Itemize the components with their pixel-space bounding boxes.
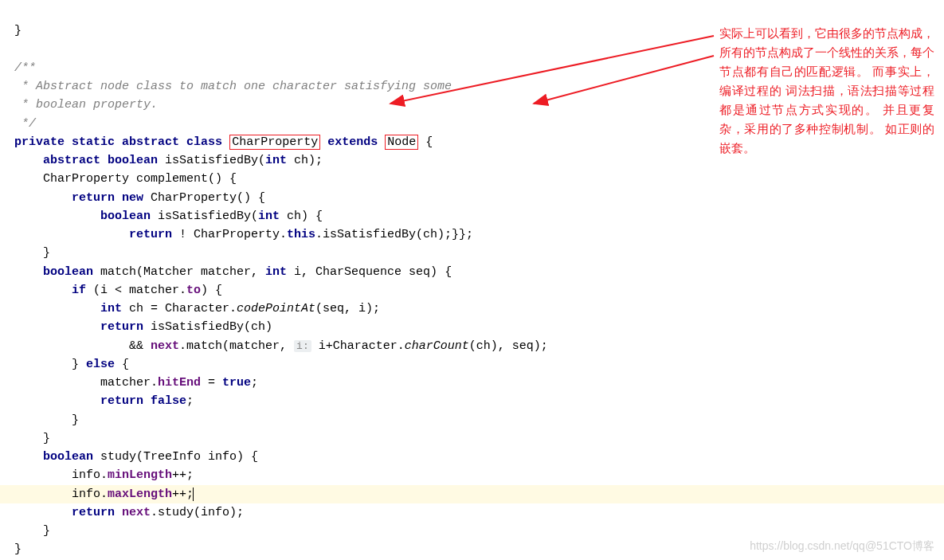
- kw-int: int: [100, 302, 122, 315]
- param: i, CharSequence seq) {: [287, 265, 452, 279]
- expr: ! CharProperty.: [172, 228, 287, 241]
- brace: }: [43, 246, 50, 260]
- brace: {: [115, 358, 129, 371]
- op: ++;: [172, 468, 194, 482]
- expr: info.: [72, 468, 108, 482]
- expr: i+Character.: [311, 339, 405, 353]
- brace: }: [72, 358, 79, 371]
- kw-boolean: boolean: [43, 265, 93, 279]
- expr: .study(info);: [151, 506, 244, 519]
- field-hitEnd: hitEnd: [158, 376, 201, 390]
- brace: }: [72, 413, 79, 427]
- field-next: next: [151, 339, 179, 353]
- semi: ;: [251, 376, 258, 390]
- brace: }: [14, 542, 22, 556]
- op: ++;: [172, 488, 194, 501]
- brace: }: [43, 432, 50, 445]
- args: (ch), seq);: [469, 339, 548, 353]
- kw-return: return: [72, 191, 115, 205]
- kw-int: int: [265, 265, 287, 279]
- kw-return: return: [100, 394, 143, 408]
- kw-return: return: [72, 506, 115, 519]
- method-name: study(TreeInfo info) {: [93, 450, 258, 464]
- args: (seq, i);: [315, 302, 380, 315]
- kw-boolean: boolean: [108, 154, 158, 167]
- expr: info.: [72, 488, 108, 501]
- javadoc-line: * boolean property.: [14, 98, 158, 112]
- method-name: isSatisfiedBy(: [151, 210, 258, 223]
- new-expr: CharProperty() {: [143, 191, 265, 205]
- static-method: codePointAt: [237, 302, 315, 315]
- kw-private: private: [14, 135, 65, 149]
- kw-boolean: boolean: [100, 210, 151, 223]
- superclass-highlight: Node: [385, 135, 418, 150]
- brace: }: [43, 524, 50, 538]
- watermark: https://blog.csdn.net/qq@51CTO博客: [750, 539, 934, 554]
- field-maxLength: maxLength: [108, 488, 172, 501]
- expr: .isSatisfiedBy(ch);}};: [315, 228, 473, 241]
- param: ch);: [287, 154, 323, 167]
- kw-false: false: [151, 394, 186, 408]
- param: ch) {: [280, 210, 323, 223]
- expr: .match(matcher,: [179, 339, 294, 353]
- expr: matcher.: [100, 376, 158, 390]
- field-minLength: minLength: [108, 468, 172, 482]
- annotation-text: 实际上可以看到，它由很多的节点构成，所有的节点构成了一个线性的关系，每个节点都有…: [719, 24, 934, 158]
- kw-else: else: [86, 358, 115, 371]
- kw-new: new: [122, 191, 143, 205]
- javadoc-line: * Abstract node class to match one chara…: [14, 80, 452, 93]
- kw-static: static: [72, 135, 115, 149]
- class-name-highlight: CharProperty: [229, 135, 320, 150]
- kw-this: this: [287, 228, 315, 241]
- current-line: info.maxLength++;: [0, 485, 944, 503]
- code-line: }: [14, 24, 22, 37]
- expr: isSatisfiedBy(ch): [143, 320, 272, 334]
- javadoc-close: */: [14, 117, 36, 131]
- kw-return: return: [129, 228, 172, 241]
- kw-int: int: [265, 154, 287, 167]
- field-next: next: [122, 506, 151, 519]
- kw-boolean: boolean: [43, 450, 93, 464]
- method-name: isSatisfiedBy(: [158, 154, 265, 167]
- brace: {: [418, 135, 433, 149]
- op: =: [201, 376, 222, 390]
- method-name: match(Matcher matcher,: [93, 265, 265, 279]
- kw-true: true: [222, 376, 251, 390]
- kw-abstract: abstract: [122, 135, 179, 149]
- kw-return: return: [100, 320, 143, 334]
- kw-int: int: [258, 210, 280, 223]
- cond: (i < matcher.: [86, 284, 186, 297]
- kw-extends: extends: [327, 135, 378, 149]
- javadoc-open: /**: [14, 61, 36, 75]
- semi: ;: [186, 394, 194, 408]
- param-hint: i:: [294, 340, 311, 352]
- kw-if: if: [72, 284, 86, 297]
- kw-class: class: [186, 135, 222, 149]
- cond: ) {: [201, 284, 222, 297]
- field-to: to: [186, 284, 201, 297]
- text-cursor: [193, 488, 194, 501]
- op: &&: [129, 339, 151, 353]
- static-method: charCount: [405, 339, 469, 353]
- method-sig: CharProperty complement() {: [43, 172, 237, 186]
- kw-abstract: abstract: [43, 154, 100, 167]
- expr: ch = Character.: [122, 302, 237, 315]
